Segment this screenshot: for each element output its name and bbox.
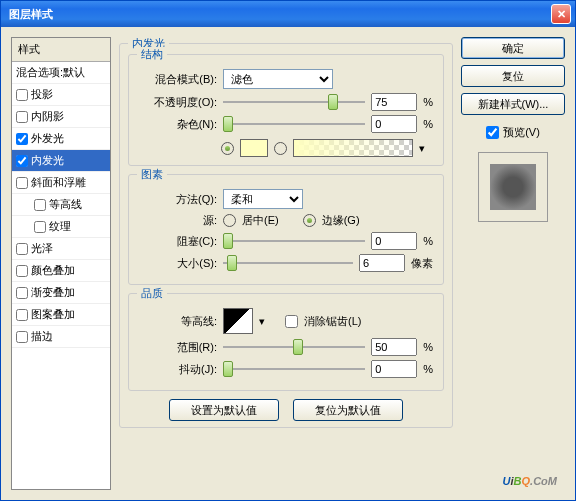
elements-legend: 图素 — [137, 167, 167, 182]
chk-outer-glow[interactable] — [16, 133, 28, 145]
jitter-input[interactable] — [371, 360, 417, 378]
chk-satin[interactable] — [16, 243, 28, 255]
px-label: 像素 — [411, 256, 433, 271]
choke-slider[interactable] — [223, 232, 365, 250]
noise-label: 杂色(N): — [139, 117, 217, 132]
elements-group: 图素 方法(Q): 柔和 源: 居中(E) 边缘(G) 阻塞(C): — [128, 174, 444, 285]
quality-group: 品质 等高线: ▾ 消除锯齿(L) 范围(R): % — [128, 293, 444, 391]
source-center-label: 居中(E) — [242, 213, 279, 228]
chk-bevel[interactable] — [16, 177, 28, 189]
cancel-button[interactable]: 复位 — [461, 65, 565, 87]
antialias-label: 消除锯齿(L) — [304, 314, 361, 329]
preview-label: 预览(V) — [503, 125, 540, 140]
blend-mode-label: 混合模式(B): — [139, 72, 217, 87]
range-label: 范围(R): — [139, 340, 217, 355]
opacity-input[interactable] — [371, 93, 417, 111]
chk-pattern-overlay[interactable] — [16, 309, 28, 321]
styles-header[interactable]: 样式 — [12, 38, 110, 62]
style-satin[interactable]: 光泽 — [12, 238, 110, 260]
chk-inner-shadow[interactable] — [16, 111, 28, 123]
size-input[interactable] — [359, 254, 405, 272]
opacity-slider[interactable] — [223, 93, 365, 111]
close-button[interactable]: ✕ — [551, 4, 571, 24]
style-outer-glow[interactable]: 外发光 — [12, 128, 110, 150]
choke-label: 阻塞(C): — [139, 234, 217, 249]
chk-inner-glow[interactable] — [16, 155, 28, 167]
size-label: 大小(S): — [139, 256, 217, 271]
opacity-label: 不透明度(O): — [139, 95, 217, 110]
source-edge-radio[interactable] — [303, 214, 316, 227]
antialias-checkbox[interactable] — [285, 315, 298, 328]
technique-label: 方法(Q): — [139, 192, 217, 207]
chk-drop-shadow[interactable] — [16, 89, 28, 101]
range-input[interactable] — [371, 338, 417, 356]
jitter-slider[interactable] — [223, 360, 365, 378]
choke-input[interactable] — [371, 232, 417, 250]
style-pattern-overlay[interactable]: 图案叠加 — [12, 304, 110, 326]
preview-checkbox[interactable] — [486, 126, 499, 139]
contour-label: 等高线: — [139, 314, 217, 329]
source-label: 源: — [139, 213, 217, 228]
chk-color-overlay[interactable] — [16, 265, 28, 277]
style-gradient-overlay[interactable]: 渐变叠加 — [12, 282, 110, 304]
chk-gradient-overlay[interactable] — [16, 287, 28, 299]
style-inner-glow[interactable]: 内发光 — [12, 150, 110, 172]
noise-slider[interactable] — [223, 115, 365, 133]
style-inner-shadow[interactable]: 内阴影 — [12, 106, 110, 128]
chk-texture[interactable] — [34, 221, 46, 233]
style-contour[interactable]: 等高线 — [12, 194, 110, 216]
structure-group: 结构 混合模式(B): 滤色 不透明度(O): % 杂色(N): — [128, 54, 444, 166]
chevron-down-icon[interactable]: ▾ — [419, 142, 425, 155]
preview-box — [478, 152, 548, 222]
style-blend-defaults[interactable]: 混合选项:默认 — [12, 62, 110, 84]
style-color-overlay[interactable]: 颜色叠加 — [12, 260, 110, 282]
source-center-radio[interactable] — [223, 214, 236, 227]
noise-input[interactable] — [371, 115, 417, 133]
size-slider[interactable] — [223, 254, 353, 272]
gradient-swatch[interactable] — [293, 139, 413, 157]
right-buttons: 确定 复位 新建样式(W)... 预览(V) — [461, 37, 565, 490]
chevron-down-icon[interactable]: ▾ — [259, 315, 265, 328]
structure-legend: 结构 — [137, 47, 167, 62]
title-bar: 图层样式 ✕ — [1, 1, 575, 27]
watermark: UiBQ.CoM — [503, 470, 557, 490]
style-bevel-emboss[interactable]: 斜面和浮雕 — [12, 172, 110, 194]
chk-contour[interactable] — [34, 199, 46, 211]
inner-glow-group: 内发光 结构 混合模式(B): 滤色 不透明度(O): % 杂色(N): — [119, 43, 453, 428]
style-stroke[interactable]: 描边 — [12, 326, 110, 348]
reset-default-button[interactable]: 复位为默认值 — [293, 399, 403, 421]
styles-list: 样式 混合选项:默认 投影 内阴影 外发光 内发光 斜面和浮雕 等高线 纹理 光… — [11, 37, 111, 490]
style-drop-shadow[interactable]: 投影 — [12, 84, 110, 106]
quality-legend: 品质 — [137, 286, 167, 301]
color-gradient-radio[interactable] — [274, 142, 287, 155]
chk-stroke[interactable] — [16, 331, 28, 343]
ok-button[interactable]: 确定 — [461, 37, 565, 59]
source-edge-label: 边缘(G) — [322, 213, 360, 228]
technique-select[interactable]: 柔和 — [223, 189, 303, 209]
new-style-button[interactable]: 新建样式(W)... — [461, 93, 565, 115]
jitter-label: 抖动(J): — [139, 362, 217, 377]
window-title: 图层样式 — [5, 7, 551, 22]
contour-picker[interactable] — [223, 308, 253, 334]
color-swatch[interactable] — [240, 139, 268, 157]
center-panel: 内发光 结构 混合模式(B): 滤色 不透明度(O): % 杂色(N): — [119, 37, 453, 490]
color-solid-radio[interactable] — [221, 142, 234, 155]
blend-mode-select[interactable]: 滤色 — [223, 69, 333, 89]
preview-thumbnail — [490, 164, 536, 210]
style-texture[interactable]: 纹理 — [12, 216, 110, 238]
range-slider[interactable] — [223, 338, 365, 356]
make-default-button[interactable]: 设置为默认值 — [169, 399, 279, 421]
pct-label: % — [423, 96, 433, 108]
